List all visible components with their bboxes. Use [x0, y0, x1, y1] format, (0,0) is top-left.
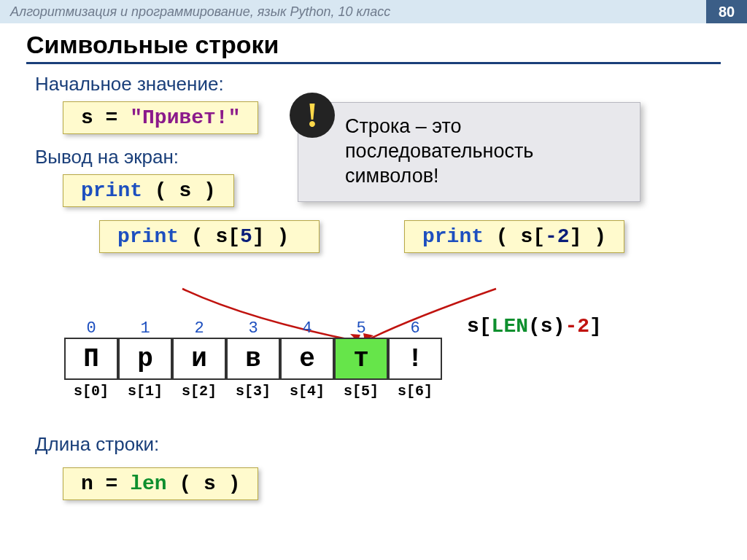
breadcrumb: Алгоритмизация и программирование, язык …	[10, 4, 390, 20]
char-table: 0 1 2 3 4 5 6 П р и в е т ! s[0] s[1] s[…	[64, 319, 442, 400]
page-number: 80	[706, 0, 747, 23]
char-cell: е	[280, 338, 334, 380]
char-cell: р	[118, 338, 172, 380]
label-initial: Начальное значение:	[35, 73, 721, 96]
page-title: Символьные строки	[26, 31, 721, 64]
callout-text: Строка – это последовательность символов…	[345, 115, 533, 187]
code-print-s: print ( s )	[63, 174, 234, 207]
length-section: Длина строки: n = len ( s )	[26, 429, 258, 500]
char-cell: !	[388, 338, 442, 380]
code-assign: s = "Привет!"	[63, 101, 258, 134]
label-length: Длина строки:	[35, 433, 258, 456]
callout-box: ! Строка – это последовательность символ…	[298, 102, 640, 202]
code-len: n = len ( s )	[63, 467, 258, 500]
char-cell: и	[172, 338, 226, 380]
char-row: П р и в е т !	[64, 338, 442, 380]
header-bar: Алгоритмизация и программирование, язык …	[0, 0, 747, 23]
char-cell: в	[226, 338, 280, 380]
code-print-s5: print ( s[5] )	[99, 220, 320, 253]
char-cell: П	[64, 338, 118, 380]
code-print-s-neg2: print ( s[-2] )	[404, 220, 624, 253]
char-cell-highlight: т	[334, 338, 388, 380]
two-prints-row: print ( s[5] ) print ( s[-2] )	[26, 220, 721, 257]
len-minus-2-expr: s[LEN(s)-2]	[467, 315, 602, 338]
expr-row: s[0] s[1] s[2] s[3] s[4] s[5] s[6]	[64, 380, 442, 400]
index-row: 0 1 2 3 4 5 6	[64, 319, 442, 338]
exclamation-icon: !	[290, 93, 335, 138]
